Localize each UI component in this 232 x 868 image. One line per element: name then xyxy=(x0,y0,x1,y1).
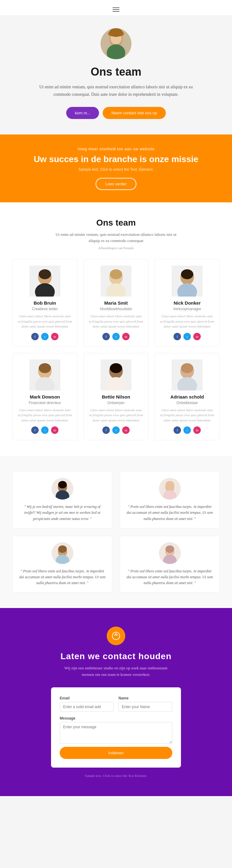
team-member-role: Financieel directeur xyxy=(17,401,72,405)
team-photo xyxy=(101,360,131,391)
team-member-name: Mark Dowson xyxy=(17,394,72,399)
avatar xyxy=(101,28,131,59)
team-member-desc: Glavi amet nitnol libero molestie ante u… xyxy=(17,407,72,423)
instagram-icon[interactable]: in xyxy=(193,333,201,340)
testimonial-quote: " Wij je een bedrijf starten, maar heb j… xyxy=(19,504,106,522)
facebook-icon[interactable]: f xyxy=(103,426,110,434)
email-input[interactable] xyxy=(60,702,114,712)
team-section: Ons team Ut enim ad minim veniam, quis n… xyxy=(0,203,232,456)
svg-point-3 xyxy=(107,44,125,59)
hero-buttons: kom m... Neem contact niet ons op xyxy=(25,107,207,119)
team-credit: Afbeeldingen van Freepik xyxy=(12,246,220,250)
testimonials-section: " Wij je een bedrijf starten, maar heb j… xyxy=(0,456,232,608)
team-member-desc: Glavi amet nitnol libero molestie ante u… xyxy=(160,407,215,423)
facebook-icon[interactable]: f xyxy=(173,333,181,340)
team-photo xyxy=(29,360,60,391)
social-icons: f t in xyxy=(89,333,143,340)
banner-btn[interactable]: Lees verder xyxy=(95,178,137,190)
contact-icon xyxy=(107,627,125,645)
svg-point-13 xyxy=(110,269,122,279)
twitter-icon[interactable]: t xyxy=(184,426,191,434)
facebook-icon[interactable]: f xyxy=(173,426,181,434)
message-textarea[interactable] xyxy=(60,722,172,744)
instagram-icon[interactable]: in xyxy=(193,426,201,434)
svg-point-21 xyxy=(39,363,51,373)
testimonial-quote: " Proin sed libero enim sed faucibus tur… xyxy=(126,504,213,522)
topbar xyxy=(0,0,232,16)
testimonial-card: " Proin sed libero enim sed faucibus tur… xyxy=(120,536,220,593)
social-icons: f t in xyxy=(89,426,143,434)
svg-point-48 xyxy=(115,633,117,634)
testimonial-card: " Wij je een bedrijf starten, maar heb j… xyxy=(12,471,112,528)
team-member-name: Adriaan schold xyxy=(160,394,215,399)
team-member-role: Hoofdboekhoudster xyxy=(89,307,143,311)
facebook-icon[interactable]: f xyxy=(31,333,39,340)
social-icons: f t in xyxy=(160,426,215,434)
contact-heading: Laten we contact houden xyxy=(12,651,220,661)
form-row-1: Email Name xyxy=(60,696,172,712)
testimonial-avatar xyxy=(52,478,73,500)
twitter-icon[interactable]: t xyxy=(112,333,120,340)
team-card: Maria Smit Hoofdboekhoudster Glavi amet … xyxy=(83,259,149,347)
hero-btn-2[interactable]: Neem contact niet ons op xyxy=(103,107,165,119)
banner-subtitle: Voeg meer snelheid toe aan uw website xyxy=(18,147,214,151)
contact-footer: Sample text. Click to select the Text El… xyxy=(12,774,220,777)
contact-form: Email Name Message Indienen xyxy=(51,687,181,768)
svg-point-45 xyxy=(165,546,174,553)
team-member-desc: Glavi amet nitnol libero molestie ante u… xyxy=(89,314,143,329)
testimonial-quote: " Proin sed libero enim sed faucibus tur… xyxy=(19,568,106,586)
twitter-icon[interactable]: t xyxy=(41,426,48,434)
email-label: Email xyxy=(60,696,114,700)
social-icons: f t in xyxy=(17,426,72,434)
banner-heading: Uw succes in de branche is onze missie xyxy=(18,154,214,164)
svg-point-37 xyxy=(165,481,174,488)
team-card: Mark Dowson Financieel directeur Glavi a… xyxy=(12,353,77,441)
name-label: Name xyxy=(118,696,172,700)
submit-button[interactable]: Indienen xyxy=(60,747,172,759)
team-heading: Ons team xyxy=(12,218,220,228)
svg-point-17 xyxy=(181,269,193,279)
svg-point-41 xyxy=(58,546,67,553)
name-group: Name xyxy=(118,696,172,712)
instagram-icon[interactable]: in xyxy=(51,426,59,434)
instagram-icon[interactable]: in xyxy=(51,333,59,340)
team-member-role: Ontwikkelaar xyxy=(160,401,215,405)
hero-btn-1[interactable]: kom m... xyxy=(66,107,99,119)
testimonial-card: " Proin sed libero enim sed faucibus tur… xyxy=(120,471,220,528)
team-member-name: Bob Bruin xyxy=(17,300,72,306)
team-grid: Bob Bruin Creatieve leider Glavi amet ni… xyxy=(12,259,220,440)
contact-section: Laten we contact houden Wij zijn een amb… xyxy=(0,608,232,796)
twitter-icon[interactable]: t xyxy=(184,333,191,340)
testimonial-quote: " Proin sed libero enim sed faucibus tur… xyxy=(126,568,213,586)
hamburger-menu[interactable] xyxy=(113,7,119,12)
name-input[interactable] xyxy=(118,702,172,712)
svg-point-9 xyxy=(39,269,51,279)
instagram-icon[interactable]: in xyxy=(122,426,129,434)
team-photo xyxy=(172,266,203,297)
team-photo xyxy=(101,266,131,297)
twitter-icon[interactable]: t xyxy=(41,333,48,340)
contact-description: Wij zijn een ambitieuze studio en zijn o… xyxy=(60,665,172,678)
svg-point-25 xyxy=(110,363,122,373)
facebook-icon[interactable]: f xyxy=(31,426,39,434)
twitter-icon[interactable]: t xyxy=(112,426,120,434)
team-member-desc: Glavi amet nitnol libero molestie ante u… xyxy=(160,314,215,329)
testimonial-card: " Proin sed libero enim sed faucibus tur… xyxy=(12,536,112,593)
team-member-role: Creatieve leider xyxy=(17,307,72,311)
social-icons: f t in xyxy=(17,333,72,340)
team-card: Bob Bruin Creatieve leider Glavi amet ni… xyxy=(12,259,77,347)
team-member-desc: Glavi amet nitnol libero molestie ante u… xyxy=(89,407,143,423)
team-member-desc: Glavi amet nitnol libero molestie ante u… xyxy=(17,314,72,329)
instagram-icon[interactable]: in xyxy=(122,333,129,340)
team-card: Bettie Nilson Ontwerper Glavi amet nitno… xyxy=(83,353,149,441)
facebook-icon[interactable]: f xyxy=(103,333,110,340)
svg-point-29 xyxy=(181,363,193,373)
team-photo xyxy=(172,360,203,391)
team-card: Nick Donker Verkoopmanager Glavi amet ni… xyxy=(155,259,220,347)
hero-section: Ons team Ut enim ad minim veniam, quis n… xyxy=(0,16,232,134)
testimonial-avatar xyxy=(159,542,181,564)
email-group: Email xyxy=(60,696,114,712)
orange-banner: Voeg meer snelheid toe aan uw website Uw… xyxy=(0,134,232,203)
team-member-role: Ontwerper xyxy=(89,401,143,405)
team-member-name: Nick Donker xyxy=(160,300,215,306)
